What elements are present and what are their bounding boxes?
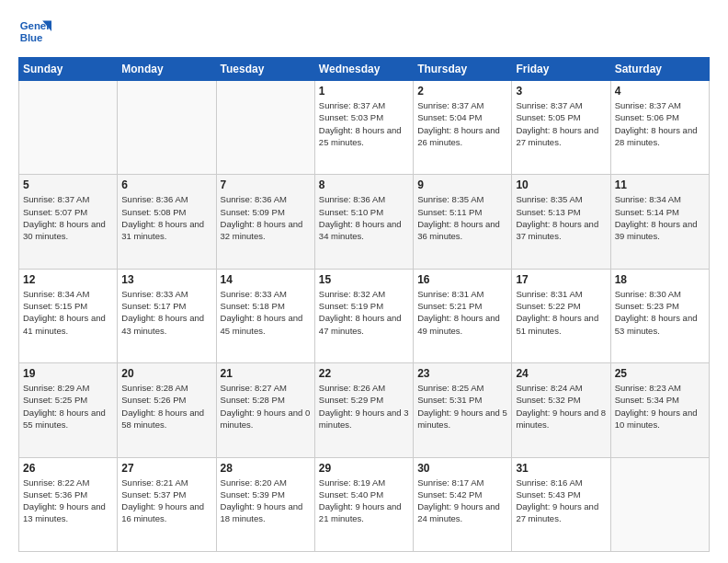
day-info: Sunrise: 8:34 AM Sunset: 5:15 PM Dayligh…	[23, 288, 113, 337]
day-info: Sunrise: 8:37 AM Sunset: 5:05 PM Dayligh…	[516, 99, 606, 148]
day-number: 14	[221, 273, 311, 286]
day-info: Sunrise: 8:37 AM Sunset: 5:04 PM Dayligh…	[417, 99, 507, 148]
day-info: Sunrise: 8:31 AM Sunset: 5:21 PM Dayligh…	[417, 288, 507, 337]
calendar-cell: 1Sunrise: 8:37 AM Sunset: 5:03 PM Daylig…	[314, 81, 413, 175]
calendar-cell: 3Sunrise: 8:37 AM Sunset: 5:05 PM Daylig…	[512, 81, 610, 175]
day-info: Sunrise: 8:21 AM Sunset: 5:37 PM Dayligh…	[121, 477, 211, 525]
day-info: Sunrise: 8:35 AM Sunset: 5:13 PM Dayligh…	[516, 193, 606, 242]
calendar-cell: 13Sunrise: 8:33 AM Sunset: 5:17 PM Dayli…	[118, 269, 216, 362]
day-info: Sunrise: 8:35 AM Sunset: 5:11 PM Dayligh…	[417, 193, 507, 242]
calendar-table: SundayMondayTuesdayWednesdayThursdayFrid…	[18, 57, 710, 552]
weekday-saturday: Saturday	[610, 58, 709, 81]
logo-icon: General Blue	[18, 15, 51, 48]
calendar-cell	[216, 81, 314, 175]
calendar-cell: 27Sunrise: 8:21 AM Sunset: 5:37 PM Dayli…	[118, 457, 216, 551]
calendar-cell: 5Sunrise: 8:37 AM Sunset: 5:07 PM Daylig…	[19, 175, 118, 269]
day-info: Sunrise: 8:33 AM Sunset: 5:18 PM Dayligh…	[221, 288, 311, 337]
day-info: Sunrise: 8:22 AM Sunset: 5:36 PM Dayligh…	[23, 477, 113, 525]
calendar-cell: 8Sunrise: 8:36 AM Sunset: 5:10 PM Daylig…	[314, 175, 413, 269]
day-number: 21	[221, 367, 311, 380]
calendar-cell: 28Sunrise: 8:20 AM Sunset: 5:39 PM Dayli…	[216, 457, 314, 551]
calendar-week-row: 5Sunrise: 8:37 AM Sunset: 5:07 PM Daylig…	[19, 175, 710, 269]
calendar-cell: 25Sunrise: 8:23 AM Sunset: 5:34 PM Dayli…	[610, 363, 709, 457]
weekday-wednesday: Wednesday	[314, 58, 413, 81]
day-number: 3	[516, 85, 606, 98]
calendar-week-row: 12Sunrise: 8:34 AM Sunset: 5:15 PM Dayli…	[19, 269, 710, 362]
calendar-cell: 30Sunrise: 8:17 AM Sunset: 5:42 PM Dayli…	[414, 457, 512, 551]
day-info: Sunrise: 8:16 AM Sunset: 5:43 PM Dayligh…	[516, 477, 606, 525]
day-number: 5	[23, 178, 113, 191]
calendar-cell: 24Sunrise: 8:24 AM Sunset: 5:32 PM Dayli…	[512, 363, 610, 457]
day-number: 15	[319, 273, 409, 286]
calendar-cell	[118, 81, 216, 175]
calendar-cell: 22Sunrise: 8:26 AM Sunset: 5:29 PM Dayli…	[314, 363, 413, 457]
day-number: 18	[615, 273, 705, 286]
day-info: Sunrise: 8:36 AM Sunset: 5:10 PM Dayligh…	[319, 193, 409, 242]
day-number: 31	[516, 462, 606, 475]
calendar-cell: 4Sunrise: 8:37 AM Sunset: 5:06 PM Daylig…	[610, 81, 709, 175]
calendar-cell: 9Sunrise: 8:35 AM Sunset: 5:11 PM Daylig…	[414, 175, 512, 269]
day-info: Sunrise: 8:25 AM Sunset: 5:31 PM Dayligh…	[417, 382, 507, 431]
calendar-cell: 16Sunrise: 8:31 AM Sunset: 5:21 PM Dayli…	[414, 269, 512, 362]
calendar-cell: 23Sunrise: 8:25 AM Sunset: 5:31 PM Dayli…	[414, 363, 512, 457]
calendar-cell: 18Sunrise: 8:30 AM Sunset: 5:23 PM Dayli…	[610, 269, 709, 362]
day-number: 30	[417, 462, 507, 475]
day-info: Sunrise: 8:36 AM Sunset: 5:09 PM Dayligh…	[221, 193, 311, 242]
calendar-cell: 15Sunrise: 8:32 AM Sunset: 5:19 PM Dayli…	[314, 269, 413, 362]
day-number: 19	[23, 367, 113, 380]
day-info: Sunrise: 8:28 AM Sunset: 5:26 PM Dayligh…	[121, 382, 211, 431]
day-number: 2	[417, 85, 507, 98]
weekday-friday: Friday	[512, 58, 610, 81]
day-number: 9	[417, 178, 507, 191]
day-number: 23	[417, 367, 507, 380]
day-info: Sunrise: 8:33 AM Sunset: 5:17 PM Dayligh…	[121, 288, 211, 337]
calendar-cell: 6Sunrise: 8:36 AM Sunset: 5:08 PM Daylig…	[118, 175, 216, 269]
day-info: Sunrise: 8:29 AM Sunset: 5:25 PM Dayligh…	[23, 382, 113, 431]
day-info: Sunrise: 8:30 AM Sunset: 5:23 PM Dayligh…	[615, 288, 705, 337]
day-info: Sunrise: 8:34 AM Sunset: 5:14 PM Dayligh…	[615, 193, 705, 242]
calendar-cell: 7Sunrise: 8:36 AM Sunset: 5:09 PM Daylig…	[216, 175, 314, 269]
calendar-week-row: 1Sunrise: 8:37 AM Sunset: 5:03 PM Daylig…	[19, 81, 710, 175]
day-info: Sunrise: 8:37 AM Sunset: 5:07 PM Dayligh…	[23, 193, 113, 242]
calendar-cell: 19Sunrise: 8:29 AM Sunset: 5:25 PM Dayli…	[19, 363, 118, 457]
calendar-cell: 17Sunrise: 8:31 AM Sunset: 5:22 PM Dayli…	[512, 269, 610, 362]
calendar-cell: 12Sunrise: 8:34 AM Sunset: 5:15 PM Dayli…	[19, 269, 118, 362]
day-number: 22	[319, 367, 409, 380]
day-number: 11	[615, 178, 705, 191]
calendar-cell: 29Sunrise: 8:19 AM Sunset: 5:40 PM Dayli…	[314, 457, 413, 551]
day-info: Sunrise: 8:31 AM Sunset: 5:22 PM Dayligh…	[516, 288, 606, 337]
day-number: 27	[121, 462, 211, 475]
page: General Blue SundayMondayTuesdayWednesda…	[0, 0, 728, 563]
svg-text:Blue: Blue	[20, 32, 43, 43]
calendar-cell: 21Sunrise: 8:27 AM Sunset: 5:28 PM Dayli…	[216, 363, 314, 457]
calendar-cell: 31Sunrise: 8:16 AM Sunset: 5:43 PM Dayli…	[512, 457, 610, 551]
day-info: Sunrise: 8:37 AM Sunset: 5:06 PM Dayligh…	[615, 99, 705, 148]
calendar-week-row: 19Sunrise: 8:29 AM Sunset: 5:25 PM Dayli…	[19, 363, 710, 457]
day-info: Sunrise: 8:36 AM Sunset: 5:08 PM Dayligh…	[121, 193, 211, 242]
day-number: 24	[516, 367, 606, 380]
day-info: Sunrise: 8:32 AM Sunset: 5:19 PM Dayligh…	[319, 288, 409, 337]
weekday-sunday: Sunday	[19, 58, 118, 81]
day-info: Sunrise: 8:19 AM Sunset: 5:40 PM Dayligh…	[319, 477, 409, 525]
header: General Blue	[18, 15, 710, 48]
day-info: Sunrise: 8:26 AM Sunset: 5:29 PM Dayligh…	[319, 382, 409, 431]
day-number: 7	[221, 178, 311, 191]
day-number: 26	[23, 462, 113, 475]
day-number: 28	[221, 462, 311, 475]
day-number: 17	[516, 273, 606, 286]
day-number: 8	[319, 178, 409, 191]
day-number: 6	[121, 178, 211, 191]
day-info: Sunrise: 8:27 AM Sunset: 5:28 PM Dayligh…	[221, 382, 311, 431]
day-number: 16	[417, 273, 507, 286]
day-info: Sunrise: 8:23 AM Sunset: 5:34 PM Dayligh…	[615, 382, 705, 431]
day-number: 4	[615, 85, 705, 98]
day-info: Sunrise: 8:37 AM Sunset: 5:03 PM Dayligh…	[319, 99, 409, 148]
logo: General Blue	[18, 15, 57, 48]
calendar-cell: 11Sunrise: 8:34 AM Sunset: 5:14 PM Dayli…	[610, 175, 709, 269]
weekday-header-row: SundayMondayTuesdayWednesdayThursdayFrid…	[19, 58, 710, 81]
day-number: 13	[121, 273, 211, 286]
day-info: Sunrise: 8:24 AM Sunset: 5:32 PM Dayligh…	[516, 382, 606, 431]
calendar-cell: 2Sunrise: 8:37 AM Sunset: 5:04 PM Daylig…	[414, 81, 512, 175]
calendar-cell: 20Sunrise: 8:28 AM Sunset: 5:26 PM Dayli…	[118, 363, 216, 457]
day-number: 20	[121, 367, 211, 380]
